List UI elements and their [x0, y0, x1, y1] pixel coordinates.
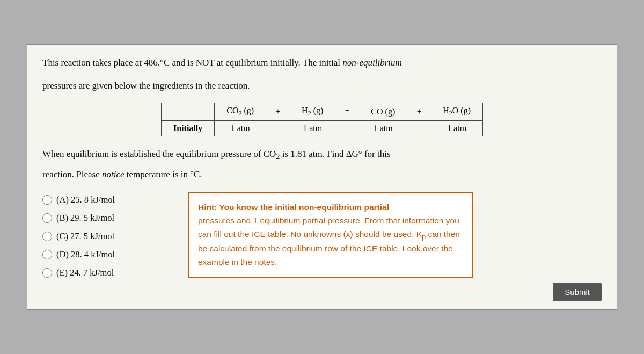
radio-e[interactable]: [42, 268, 52, 278]
radio-c[interactable]: [42, 232, 52, 241]
hint-text: Hint: You know the initial non-equilibri…: [198, 201, 463, 269]
pressure-h2o: 1 atm: [431, 121, 482, 136]
option-c[interactable]: (C) 27. 5 kJ/mol: [42, 231, 150, 242]
radio-b[interactable]: [42, 213, 52, 223]
reaction-table-wrapper: CO2 (g) + H2 (g) = CO (g) + H2O (g) Init…: [42, 103, 602, 136]
problem-intro-2: pressures are given below the ingredient…: [42, 78, 602, 94]
hint-title: Hint: You know the initial non-equilibri…: [198, 203, 389, 212]
table-header-h2o: H2O (g): [431, 103, 482, 120]
row-label-initially: Initially: [161, 121, 214, 136]
table-header-h2: H2 (g): [290, 103, 335, 120]
question-line2: reaction. Please notice temperature is i…: [42, 167, 602, 183]
problem-intro: This reaction takes place at 486.°C and …: [42, 55, 602, 71]
pressure-spacer2: [335, 121, 360, 136]
option-c-label: (C) 27. 5 kJ/mol: [56, 231, 114, 242]
intro-italic: non-equilibrium: [342, 57, 402, 68]
notice-italic: notice: [102, 169, 125, 179]
submit-btn-area: Submit: [169, 283, 602, 301]
radio-a[interactable]: [42, 195, 52, 205]
intro-text-2: pressures are given below the ingredient…: [42, 81, 250, 91]
option-b[interactable]: (B) 29. 5 kJ/mol: [42, 213, 150, 223]
table-header-eq: =: [335, 103, 360, 120]
pressure-h2: 1 atm: [290, 121, 335, 136]
hint-box: Hint: You know the initial non-equilibri…: [188, 192, 473, 278]
reaction-table: CO2 (g) + H2 (g) = CO (g) + H2O (g) Init…: [161, 103, 483, 136]
table-header-co2: CO2 (g): [215, 103, 266, 120]
intro-text-1: This reaction takes place at 486.°C and …: [42, 57, 342, 68]
pressure-spacer1: [266, 121, 290, 136]
option-b-label: (B) 29. 5 kJ/mol: [56, 213, 114, 223]
pressure-co2: 1 atm: [215, 121, 266, 136]
options-column: (A) 25. 8 kJ/mol (B) 29. 5 kJ/mol (C) 27…: [42, 194, 150, 278]
pressure-spacer3: [407, 121, 431, 136]
submit-button[interactable]: Submit: [553, 283, 602, 301]
option-d[interactable]: (D) 28. 4 kJ/mol: [42, 249, 150, 260]
option-a-label: (A) 25. 8 kJ/mol: [56, 194, 115, 205]
pressure-co: 1 atm: [359, 121, 407, 136]
table-header-plus1: +: [266, 103, 290, 120]
radio-d[interactable]: [42, 250, 52, 259]
main-container: This reaction takes place at 486.°C and …: [27, 44, 617, 310]
options-area: (A) 25. 8 kJ/mol (B) 29. 5 kJ/mol (C) 27…: [42, 192, 602, 301]
table-header-plus2: +: [407, 103, 431, 120]
option-d-label: (D) 28. 4 kJ/mol: [56, 249, 115, 260]
option-e[interactable]: (E) 24. 7 kJ/mol: [42, 268, 150, 278]
hint-body: pressures and 1 equilibrium partial pres…: [198, 216, 460, 266]
option-e-label: (E) 24. 7 kJ/mol: [56, 268, 114, 278]
option-a[interactable]: (A) 25. 8 kJ/mol: [42, 194, 150, 205]
hint-and-submit: Hint: You know the initial non-equilibri…: [169, 192, 602, 301]
table-header-co: CO (g): [359, 103, 407, 120]
table-header-empty: [161, 103, 214, 120]
question-line1: When equilibrium is established the equi…: [42, 146, 602, 163]
